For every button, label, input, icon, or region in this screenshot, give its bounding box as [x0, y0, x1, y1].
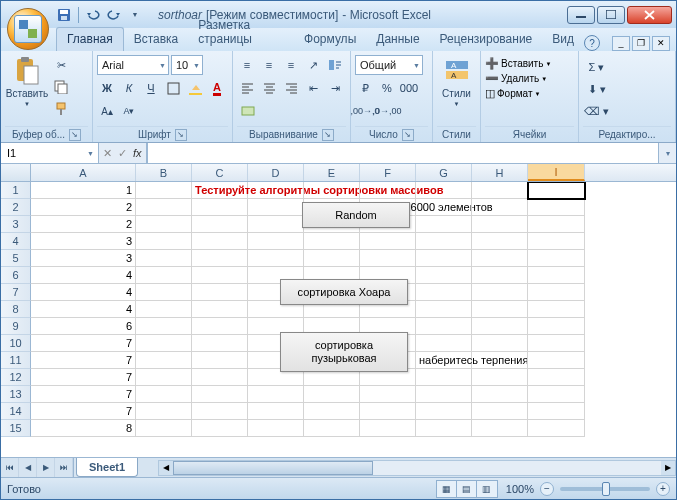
currency-icon[interactable]: ₽: [355, 78, 375, 98]
cell[interactable]: [472, 301, 528, 318]
scroll-thumb[interactable]: [173, 461, 373, 475]
cell[interactable]: [472, 386, 528, 403]
cell[interactable]: [248, 182, 304, 199]
cell[interactable]: [416, 335, 472, 352]
comma-icon[interactable]: 000: [399, 78, 419, 98]
underline-button[interactable]: Ч: [141, 78, 161, 98]
cell[interactable]: Тестируйте алгоритмы сортировки массивов: [192, 182, 248, 199]
delete-cells-button[interactable]: ➖Удалить▼: [485, 72, 551, 85]
cell[interactable]: [360, 420, 416, 437]
align-dialog-icon[interactable]: ↘: [322, 129, 334, 141]
cell[interactable]: [472, 335, 528, 352]
decrease-indent-icon[interactable]: ⇤: [303, 78, 323, 98]
cell[interactable]: [416, 369, 472, 386]
align-center-icon[interactable]: [259, 78, 279, 98]
page-break-view-icon[interactable]: ▥: [477, 481, 497, 497]
cell[interactable]: [528, 250, 585, 267]
col-header[interactable]: H: [472, 164, 528, 181]
cell[interactable]: [192, 420, 248, 437]
cell[interactable]: [528, 420, 585, 437]
cell[interactable]: [360, 386, 416, 403]
cell[interactable]: [528, 216, 585, 233]
zoom-out-icon[interactable]: −: [540, 482, 554, 496]
increase-indent-icon[interactable]: ⇥: [325, 78, 345, 98]
cell[interactable]: 7: [31, 386, 136, 403]
cell[interactable]: [136, 233, 192, 250]
cell[interactable]: [528, 233, 585, 250]
cell[interactable]: [304, 420, 360, 437]
cell[interactable]: [472, 284, 528, 301]
redo-icon[interactable]: [105, 6, 123, 24]
cell[interactable]: [416, 284, 472, 301]
cell[interactable]: [416, 250, 472, 267]
col-header[interactable]: F: [360, 164, 416, 181]
fill-icon[interactable]: ⬇ ▾: [583, 79, 610, 99]
tab-page-layout[interactable]: Разметка страницы: [188, 14, 294, 51]
bubble-sort-button[interactable]: сортировкапузырьковая: [280, 332, 408, 372]
zoom-in-icon[interactable]: +: [656, 482, 670, 496]
cell[interactable]: [136, 386, 192, 403]
row-header[interactable]: 15: [1, 420, 31, 437]
cell[interactable]: [472, 318, 528, 335]
cell[interactable]: [528, 284, 585, 301]
cell[interactable]: [472, 420, 528, 437]
align-right-icon[interactable]: [281, 78, 301, 98]
cell[interactable]: [192, 267, 248, 284]
col-header[interactable]: B: [136, 164, 192, 181]
cell[interactable]: [248, 216, 304, 233]
cell[interactable]: [360, 403, 416, 420]
sheet-tab[interactable]: Sheet1: [76, 458, 138, 477]
cell[interactable]: [192, 386, 248, 403]
cell[interactable]: [416, 182, 472, 199]
row-header[interactable]: 1: [1, 182, 31, 199]
cell[interactable]: [528, 352, 585, 369]
col-header[interactable]: A: [31, 164, 136, 181]
cell[interactable]: [136, 216, 192, 233]
format-painter-icon[interactable]: [51, 99, 71, 119]
minimize-button[interactable]: [567, 6, 595, 24]
zoom-slider[interactable]: [560, 487, 650, 491]
cell[interactable]: 4: [31, 284, 136, 301]
row-header[interactable]: 12: [1, 369, 31, 386]
cell[interactable]: [248, 386, 304, 403]
cell[interactable]: [416, 420, 472, 437]
font-dialog-icon[interactable]: ↘: [175, 129, 187, 141]
font-color-icon[interactable]: A: [207, 78, 227, 98]
border-icon[interactable]: [163, 78, 183, 98]
styles-button[interactable]: AA Стили ▼: [437, 53, 476, 126]
col-header[interactable]: E: [304, 164, 360, 181]
scroll-right-icon[interactable]: ▶: [661, 461, 675, 475]
maximize-button[interactable]: [597, 6, 625, 24]
format-cells-button[interactable]: ◫Формат▼: [485, 87, 551, 100]
insert-cells-button[interactable]: ➕Вставить▼: [485, 57, 551, 70]
row-header[interactable]: 6: [1, 267, 31, 284]
hoare-sort-button[interactable]: сортировка Хоара: [280, 279, 408, 305]
cell[interactable]: [472, 199, 528, 216]
cell[interactable]: [248, 403, 304, 420]
zoom-level[interactable]: 100%: [506, 483, 534, 495]
italic-button[interactable]: К: [119, 78, 139, 98]
cell[interactable]: [528, 403, 585, 420]
cell[interactable]: 3: [31, 250, 136, 267]
cell[interactable]: 2: [31, 199, 136, 216]
cell[interactable]: [416, 403, 472, 420]
cell[interactable]: [136, 318, 192, 335]
cell[interactable]: [192, 250, 248, 267]
cell[interactable]: [360, 250, 416, 267]
cut-icon[interactable]: ✂: [51, 55, 71, 75]
col-header[interactable]: I: [528, 164, 585, 181]
row-header[interactable]: 9: [1, 318, 31, 335]
last-sheet-icon[interactable]: ⏭: [55, 458, 73, 477]
col-header[interactable]: C: [192, 164, 248, 181]
page-layout-view-icon[interactable]: ▤: [457, 481, 477, 497]
align-middle-icon[interactable]: ≡: [259, 55, 279, 75]
shrink-font-icon[interactable]: A▾: [119, 101, 139, 121]
cell[interactable]: 8: [31, 420, 136, 437]
cell[interactable]: [416, 267, 472, 284]
cell[interactable]: [248, 233, 304, 250]
formula-input[interactable]: [147, 143, 658, 163]
cell[interactable]: [248, 420, 304, 437]
cell[interactable]: [472, 369, 528, 386]
cell[interactable]: [192, 403, 248, 420]
cell[interactable]: [528, 267, 585, 284]
